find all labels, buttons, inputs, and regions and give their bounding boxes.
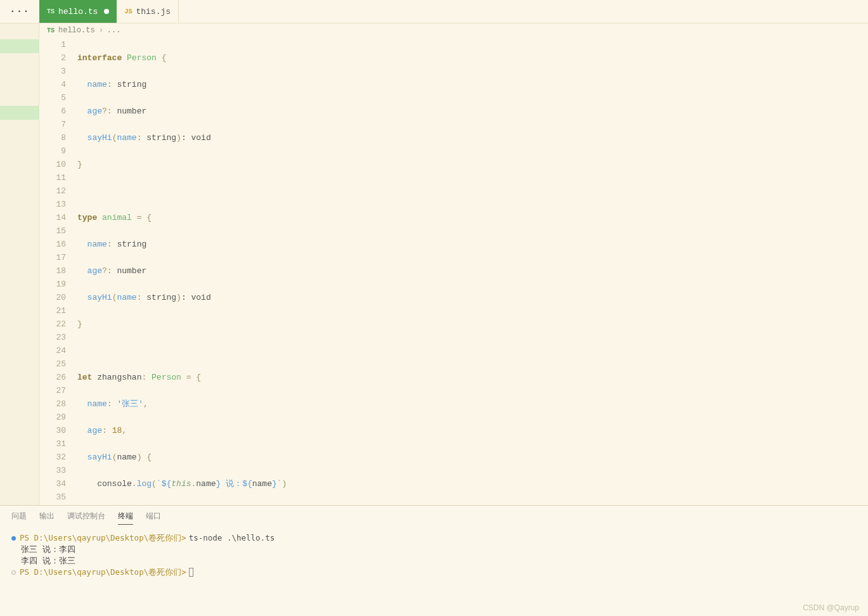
chevron-right-icon: ›: [99, 26, 103, 35]
line-gutter: 1234567891011121314151617181920212223242…: [39, 37, 77, 505]
editor-tabs: TS hello.ts JS this.js: [39, 0, 179, 23]
tab-this-js[interactable]: JS this.js: [117, 0, 179, 23]
typescript-icon: TS: [47, 8, 55, 15]
tab-ports[interactable]: 端口: [146, 511, 161, 525]
terminal-output: 李四 说：张三: [21, 555, 75, 567]
change-marker-icon: [0, 106, 39, 120]
menu-more-icon[interactable]: ···: [0, 0, 39, 23]
terminal-command: ts-node .\hello.ts: [189, 532, 275, 544]
tab-label: hello.ts: [58, 7, 98, 16]
breadcrumb-file: hello.ts: [58, 26, 95, 35]
tab-output[interactable]: 输出: [39, 511, 55, 525]
cursor-icon: [189, 568, 193, 577]
terminal-output: 张三 说：李四: [21, 544, 75, 555]
dirty-indicator-icon: [104, 9, 109, 14]
tab-label: this.js: [136, 7, 171, 16]
tab-hello-ts[interactable]: TS hello.ts: [39, 0, 117, 23]
prompt-path: PS D:\Users\qayrup\Desktop\卷死你们>: [20, 532, 186, 544]
overview-ruler: [0, 23, 39, 505]
typescript-icon: TS: [47, 27, 55, 34]
status-dot-icon: [11, 536, 16, 541]
prompt-path: PS D:\Users\qayrup\Desktop\卷死你们>: [20, 567, 186, 578]
code-editor[interactable]: 1234567891011121314151617181920212223242…: [39, 37, 868, 505]
breadcrumb[interactable]: TS hello.ts › ...: [39, 23, 868, 37]
tab-debug-console[interactable]: 调试控制台: [67, 511, 105, 525]
watermark: CSDN @Qayrup: [803, 603, 859, 612]
terminal[interactable]: PS D:\Users\qayrup\Desktop\卷死你们> ts-node…: [0, 527, 868, 616]
panel-tabs: 问题 输出 调试控制台 终端 端口: [0, 506, 868, 527]
tab-terminal[interactable]: 终端: [118, 511, 133, 525]
breadcrumb-more: ...: [107, 26, 121, 35]
javascript-icon: JS: [124, 8, 132, 15]
code-content[interactable]: interface Person { name: string age?: nu…: [77, 37, 868, 505]
status-dot-icon: [11, 570, 16, 575]
change-marker-icon: [0, 39, 39, 53]
tab-problems[interactable]: 问题: [11, 511, 27, 525]
